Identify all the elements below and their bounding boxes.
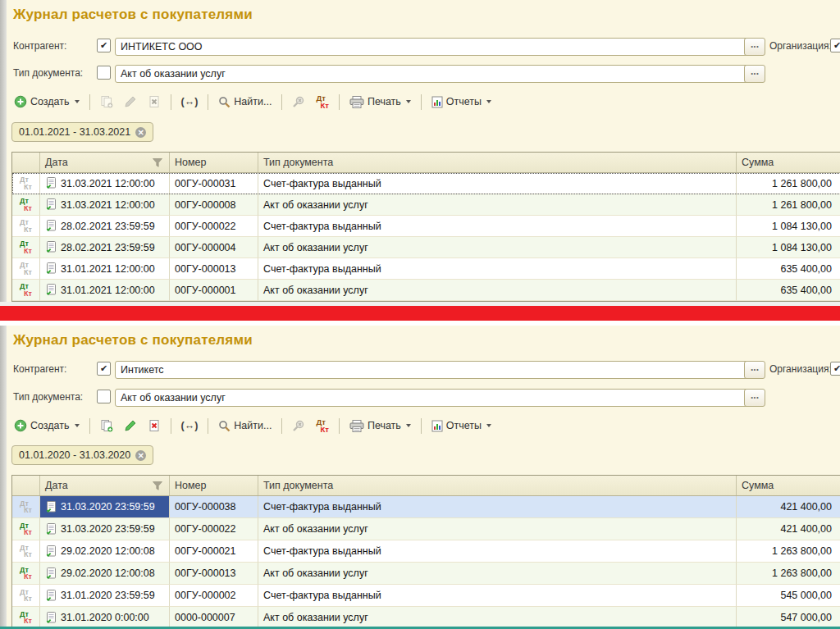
amount-cell[interactable]: 635 400,00	[737, 258, 840, 280]
date-cell[interactable]: 31.03.2021 12:00:00	[40, 173, 170, 194]
date-cell[interactable]: 31.03.2020 23:59:59	[40, 518, 170, 540]
number-cell[interactable]: 0000-000007	[170, 607, 258, 629]
header-number[interactable]: Номер	[170, 153, 258, 172]
amount-cell[interactable]: 1 261 800,00	[737, 194, 840, 216]
counterparty-checkbox[interactable]	[97, 362, 111, 376]
organization-checkbox[interactable]	[830, 39, 840, 52]
dt-kt-button[interactable]: ДтКт	[313, 417, 331, 435]
number-cell[interactable]: 00ГУ-000021	[170, 540, 258, 563]
table-row[interactable]: ДтКт28.02.2021 23:59:5900ГУ-000022Счет-ф…	[12, 216, 840, 237]
table-row[interactable]: ДтКт31.03.2020 23:59:5900ГУ-000022Акт об…	[12, 518, 840, 540]
amount-cell[interactable]: 1 261 800,00	[737, 173, 840, 194]
date-cell[interactable]: 28.02.2021 23:59:59	[40, 237, 170, 258]
auto-width-button[interactable]: (↔)	[179, 418, 201, 433]
filter-funnel-icon[interactable]	[153, 158, 162, 170]
delete-button[interactable]	[145, 93, 163, 110]
counterparty-ellipsis-button[interactable]: ...	[744, 361, 765, 379]
filter-funnel-icon[interactable]	[153, 481, 162, 493]
create-button[interactable]: Создать	[11, 417, 82, 434]
cancel-search-button[interactable]	[290, 418, 308, 434]
auto-width-button[interactable]: (↔)	[179, 94, 201, 109]
amount-cell[interactable]: 1 263 800,00	[737, 563, 840, 585]
find-button[interactable]: Найти...	[216, 94, 274, 110]
doc-type-input[interactable]: Акт об оказании услуг	[115, 65, 751, 83]
table-row[interactable]: ДтКт31.03.2021 12:00:0000ГУ-000008Акт об…	[12, 194, 840, 216]
date-cell[interactable]: 31.01.2020 0:00:00	[40, 607, 170, 629]
doc-type-cell[interactable]: Акт об оказании услуг	[258, 280, 737, 301]
number-cell[interactable]: 00ГУ-000038	[170, 496, 258, 518]
number-cell[interactable]: 00ГУ-000022	[170, 216, 258, 237]
header-date[interactable]: Дата	[40, 476, 170, 495]
doc-type-cell[interactable]: Счет-фактура выданный	[258, 216, 737, 237]
counterparty-input[interactable]: ИНТИКЕТС ООО	[115, 38, 751, 56]
period-filter-chip[interactable]: 01.01.2021 - 31.03.2021 ✕	[11, 122, 153, 142]
amount-cell[interactable]: 1 084 130,00	[737, 237, 840, 258]
date-cell[interactable]: 31.01.2021 12:00:00	[40, 258, 170, 280]
table-row[interactable]: ДтКт31.01.2020 23:59:5900ГУ-000002Счет-ф…	[12, 585, 840, 607]
number-cell[interactable]: 00ГУ-000013	[170, 563, 258, 585]
doc-type-checkbox[interactable]	[97, 390, 111, 403]
table-row[interactable]: ДтКт31.01.2021 12:00:0000ГУ-000001Акт об…	[12, 280, 840, 301]
doc-type-checkbox[interactable]	[97, 66, 111, 80]
doc-type-cell[interactable]: Счет-фактура выданный	[258, 258, 737, 280]
date-cell[interactable]: 29.02.2020 12:00:08	[40, 563, 170, 585]
counterparty-input[interactable]: Интикетс	[115, 361, 751, 379]
amount-cell[interactable]: 1 084 130,00	[737, 216, 840, 237]
header-doc-type[interactable]: Тип документа	[258, 476, 737, 495]
doc-type-cell[interactable]: Акт об оказании услуг	[258, 237, 737, 258]
amount-cell[interactable]: 421 400,00	[737, 496, 840, 518]
table-row[interactable]: ДтКт28.02.2021 23:59:5900ГУ-000004Акт об…	[12, 237, 840, 258]
number-cell[interactable]: 00ГУ-000001	[170, 280, 258, 301]
edit-button[interactable]	[121, 93, 139, 110]
clear-period-icon[interactable]: ✕	[135, 127, 146, 138]
date-cell[interactable]: 31.01.2020 23:59:59	[40, 585, 170, 607]
doc-type-cell[interactable]: Акт об оказании услуг	[258, 194, 737, 216]
amount-cell[interactable]: 547 000,00	[737, 607, 840, 629]
table-row[interactable]: ДтКт31.01.2021 12:00:0000ГУ-000013Счет-ф…	[12, 258, 840, 280]
print-button[interactable]: Печать	[347, 418, 413, 434]
header-number[interactable]: Номер	[170, 476, 258, 495]
create-button[interactable]: Создать	[11, 93, 82, 110]
doc-type-cell[interactable]: Счет-фактура выданный	[258, 540, 737, 563]
doc-type-ellipsis-button[interactable]: ...	[744, 65, 765, 83]
table-row[interactable]: ДтКт29.02.2020 12:00:0800ГУ-000021Счет-ф…	[12, 540, 840, 563]
delete-button[interactable]	[145, 417, 163, 434]
print-button[interactable]: Печать	[347, 94, 413, 110]
cancel-search-button[interactable]	[290, 94, 308, 110]
find-button[interactable]: Найти...	[216, 418, 274, 434]
period-filter-chip[interactable]: 01.01.2020 - 31.03.2020 ✕	[11, 445, 153, 465]
doc-type-cell[interactable]: Акт об оказании услуг	[258, 518, 737, 540]
table-row[interactable]: ДтКт31.03.2021 12:00:0000ГУ-000031Счет-ф…	[12, 173, 840, 194]
number-cell[interactable]: 00ГУ-000013	[170, 258, 258, 280]
organization-checkbox[interactable]	[830, 362, 840, 376]
date-cell[interactable]: 31.01.2021 12:00:00	[40, 280, 170, 301]
header-amount[interactable]: Сумма	[737, 153, 840, 172]
clear-period-icon[interactable]: ✕	[135, 450, 146, 461]
number-cell[interactable]: 00ГУ-000004	[170, 237, 258, 258]
counterparty-checkbox[interactable]	[97, 39, 111, 52]
date-cell[interactable]: 31.03.2021 12:00:00	[40, 194, 170, 216]
amount-cell[interactable]: 635 400,00	[737, 280, 840, 301]
doc-type-cell[interactable]: Счет-фактура выданный	[258, 585, 737, 607]
reports-button[interactable]: Отчеты	[429, 418, 494, 434]
edit-button[interactable]	[121, 417, 139, 434]
amount-cell[interactable]: 545 000,00	[737, 585, 840, 607]
dt-kt-button[interactable]: ДтКт	[313, 93, 331, 111]
doc-type-cell[interactable]: Акт об оказании услуг	[258, 607, 737, 629]
number-cell[interactable]: 00ГУ-000022	[170, 518, 258, 540]
date-cell[interactable]: 31.03.2020 23:59:59	[40, 496, 170, 518]
copy-button[interactable]	[98, 417, 116, 434]
amount-cell[interactable]: 1 263 800,00	[737, 540, 840, 563]
counterparty-ellipsis-button[interactable]: ...	[744, 38, 765, 56]
doc-type-ellipsis-button[interactable]: ...	[744, 389, 765, 407]
reports-button[interactable]: Отчеты	[429, 94, 494, 110]
number-cell[interactable]: 00ГУ-000002	[170, 585, 258, 607]
table-row[interactable]: ДтКт31.01.2020 0:00:000000-000007Акт об …	[12, 607, 840, 629]
doc-type-input[interactable]: Акт об оказании услуг	[115, 389, 751, 407]
doc-type-cell[interactable]: Счет-фактура выданный	[258, 496, 737, 518]
doc-type-cell[interactable]: Счет-фактура выданный	[258, 173, 737, 194]
table-row[interactable]: ДтКт31.03.2020 23:59:5900ГУ-000038Счет-ф…	[12, 496, 840, 518]
table-row[interactable]: ДтКт29.02.2020 12:00:0800ГУ-000013Акт об…	[12, 563, 840, 585]
number-cell[interactable]: 00ГУ-000008	[170, 194, 258, 216]
doc-type-cell[interactable]: Акт об оказании услуг	[258, 563, 737, 585]
